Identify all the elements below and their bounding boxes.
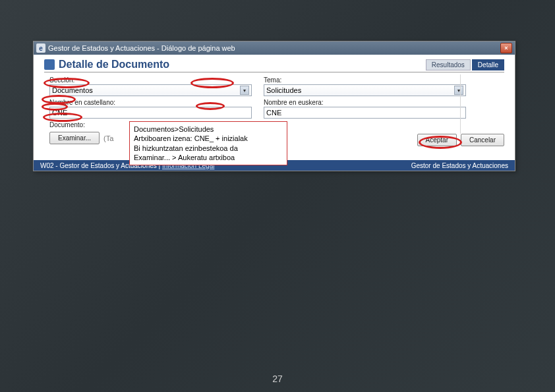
dialog-actions: Aceptar Cancelar [417,134,505,146]
page-number: 27 [0,374,555,384]
annotation-line: Examinar... > Aukeratu artxiboa [134,153,283,162]
input-nombre-eusk[interactable] [264,107,466,119]
label-nombre-eusk: Nombre en euskera: [264,99,466,106]
chevron-down-icon: ▾ [454,86,463,95]
close-icon[interactable]: × [500,43,512,53]
select-tema[interactable]: Solicitudes ▾ [264,84,466,96]
annotation-box: Documentos>Solicitudes Artxiboaren izena… [129,121,287,165]
tab-detalle[interactable]: Detalle [472,59,504,70]
annotation-line: Artxiboaren izena: CNE_ + inizialak [134,134,283,143]
titlebar-text: Gestor de Estados y Actuaciones - Diálog… [48,44,498,52]
tab-resultados[interactable]: Resultados [426,59,471,70]
examinar-button[interactable]: Examinar... [49,132,100,144]
field-nombre-eusk: Nombre en euskera: [264,99,466,119]
annotation-line: Documentos>Solicitudes [134,125,283,134]
divider [460,74,461,134]
titlebar: e Gestor de Estados y Actuaciones - Diál… [34,42,515,55]
tabs: Resultados Detalle [426,59,504,70]
cancelar-button[interactable]: Cancelar [461,134,504,146]
document-icon [44,59,55,70]
annotation-line: Bi hizkuntzatan ezinbestekoa da [134,144,283,153]
page-title: Detalle de Documento [59,59,169,70]
field-seccion: Sección: Documentos ▾ [49,76,252,96]
select-seccion[interactable]: Documentos ▾ [49,84,252,96]
header: Detalle de Documento Resultados Detalle [44,59,504,72]
field-tema: Tema: Solicitudes ▾ [264,76,466,96]
field-nombre-cast: Nombre en castellano: [49,99,252,119]
input-nombre-cast[interactable] [49,107,252,119]
select-seccion-value: Documentos [52,86,93,94]
label-tema: Tema: [264,76,466,84]
footer-right: Gestor de Estados y Actuaciones [411,162,508,169]
examinar-hint: (Ta [103,134,113,142]
label-nombre-cast: Nombre en castellano: [49,99,252,106]
aceptar-button[interactable]: Aceptar [417,134,457,146]
ie-icon: e [36,43,45,53]
select-tema-value: Solicitudes [266,86,301,94]
chevron-down-icon: ▾ [240,86,249,95]
label-seccion: Sección: [49,76,252,84]
